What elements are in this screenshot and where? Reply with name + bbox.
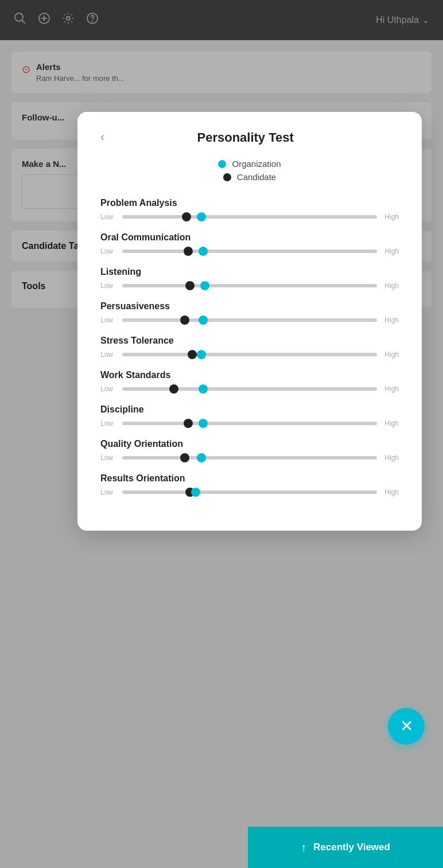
trait-name: Stress Tolerance (100, 336, 399, 346)
trait-row: Problem Analysis Low High (100, 198, 399, 221)
org-dot-marker (191, 488, 200, 497)
traits-list: Problem Analysis Low High Oral Communica… (100, 198, 399, 496)
candidate-dot (184, 419, 193, 428)
trait-name: Persuasiveness (100, 301, 399, 312)
slider-row: Low High (100, 419, 399, 427)
candidate-dot (184, 247, 193, 256)
slider-track (122, 284, 377, 287)
high-label: High (383, 454, 399, 462)
recently-viewed-label: Recently Viewed (313, 842, 390, 853)
high-label: High (383, 488, 399, 496)
high-label: High (383, 316, 399, 324)
personality-test-modal: ‹ Personality Test Organization Candidat… (77, 112, 422, 531)
trait-row: Persuasiveness Low High (100, 301, 399, 324)
trait-row: Oral Communication Low High (100, 232, 399, 255)
slider-track (122, 491, 377, 494)
slider-track (122, 250, 377, 253)
trait-name: Oral Communication (100, 232, 399, 243)
org-dot (218, 160, 226, 168)
low-label: Low (100, 419, 116, 427)
org-dot-marker (197, 350, 206, 359)
org-dot-marker (199, 316, 208, 325)
recently-viewed-bar[interactable]: ↑ Recently Viewed (248, 827, 443, 868)
recently-viewed-arrow-icon: ↑ (301, 841, 306, 854)
candidate-dot (180, 316, 189, 325)
high-label: High (383, 351, 399, 359)
slider-row: Low High (100, 247, 399, 255)
trait-row: Discipline Low High (100, 404, 399, 427)
high-label: High (383, 213, 399, 221)
org-dot-marker (200, 281, 209, 290)
high-label: High (383, 247, 399, 255)
slider-row: Low High (100, 213, 399, 221)
low-label: Low (100, 488, 116, 496)
low-label: Low (100, 247, 116, 255)
low-label: Low (100, 454, 116, 462)
candidate-dot (180, 453, 189, 462)
slider-row: Low High (100, 488, 399, 496)
org-dot-marker (199, 419, 208, 428)
candidate-dot (182, 212, 191, 221)
org-dot-marker (199, 384, 208, 394)
legend: Organization Candidate (100, 159, 399, 182)
slider-row: Low High (100, 316, 399, 324)
slider-row: Low High (100, 454, 399, 462)
legend-organization: Organization (218, 159, 281, 169)
trait-name: Work Standards (100, 370, 399, 380)
modal-header: ‹ Personality Test (100, 130, 399, 145)
slider-track (122, 456, 377, 460)
slider-track (122, 387, 377, 391)
high-label: High (383, 385, 399, 393)
trait-row: Results Orientation Low High (100, 473, 399, 496)
legend-candidate: Candidate (223, 172, 276, 182)
slider-track (122, 353, 377, 356)
trait-name: Discipline (100, 404, 399, 415)
slider-row: Low High (100, 385, 399, 393)
slider-track (122, 422, 377, 425)
low-label: Low (100, 213, 116, 221)
low-label: Low (100, 351, 116, 359)
org-dot-marker (199, 247, 208, 256)
modal-title: Personality Test (114, 130, 377, 145)
trait-name: Results Orientation (100, 473, 399, 484)
cand-dot (223, 173, 231, 181)
low-label: Low (100, 316, 116, 324)
org-dot-marker (197, 212, 206, 221)
high-label: High (383, 282, 399, 290)
trait-name: Quality Orientation (100, 439, 399, 449)
slider-track (122, 318, 377, 322)
high-label: High (383, 419, 399, 427)
low-label: Low (100, 385, 116, 393)
legend-cand-label: Candidate (237, 172, 276, 182)
trait-name: Listening (100, 267, 399, 277)
trait-row: Quality Orientation Low High (100, 439, 399, 462)
trait-row: Listening Low High (100, 267, 399, 290)
low-label: Low (100, 282, 116, 290)
slider-row: Low High (100, 351, 399, 359)
candidate-dot (169, 384, 178, 394)
candidate-dot (188, 350, 197, 359)
trait-row: Work Standards Low High (100, 370, 399, 393)
slider-track (122, 215, 377, 219)
close-icon: ✕ (400, 718, 413, 734)
candidate-dot (185, 281, 195, 290)
trait-row: Stress Tolerance Low High (100, 336, 399, 359)
back-button[interactable]: ‹ (100, 130, 104, 145)
fab-close-button[interactable]: ✕ (388, 708, 425, 745)
org-dot-marker (197, 453, 206, 462)
trait-name: Problem Analysis (100, 198, 399, 208)
legend-org-label: Organization (232, 159, 281, 169)
slider-row: Low High (100, 282, 399, 290)
